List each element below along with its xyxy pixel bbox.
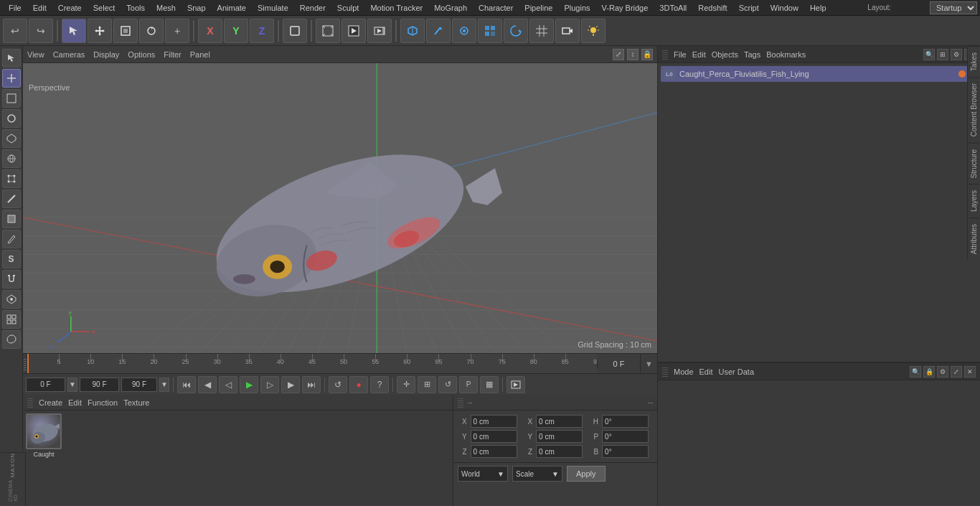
- attr-close-icon[interactable]: ✕: [964, 366, 976, 378]
- attr-search-icon[interactable]: 🔍: [910, 366, 921, 378]
- viewport-canvas[interactable]: Perspective: [23, 63, 657, 353]
- mat-thumbnail[interactable]: [26, 413, 62, 449]
- attr-settings-icon[interactable]: ⚙: [937, 366, 948, 378]
- coord-y2-input[interactable]: 0 cm: [536, 430, 583, 443]
- coord-x2-input[interactable]: 0 cm: [536, 415, 583, 428]
- sidebar-edge-btn[interactable]: [2, 189, 21, 208]
- menu-pipeline[interactable]: Pipeline: [519, 2, 558, 14]
- playback-end-frame2[interactable]: 90 F: [121, 378, 157, 392]
- cube-button[interactable]: [400, 19, 425, 43]
- menu-file[interactable]: File: [3, 2, 27, 14]
- attributes-tab[interactable]: Attributes: [969, 217, 979, 260]
- coord-h-input[interactable]: 0°: [602, 415, 649, 428]
- obj-filter-icon[interactable]: ⊞: [937, 49, 948, 60]
- paint-button[interactable]: [504, 19, 528, 43]
- coord-x-input[interactable]: 0 cm: [471, 415, 517, 428]
- menu-simulate[interactable]: Simulate: [252, 2, 294, 14]
- attr-lock-icon[interactable]: 🔒: [923, 366, 935, 378]
- viewport[interactable]: View Cameras Display Options Filter Pane…: [23, 46, 657, 353]
- playback-start-field[interactable]: 0 F: [26, 378, 65, 392]
- sidebar-lasso-btn[interactable]: [2, 330, 21, 349]
- play-button[interactable]: ▶: [240, 376, 258, 393]
- timeline-ruler[interactable]: 051015202530354045505560657075808590: [27, 354, 597, 373]
- sidebar-poly-btn[interactable]: [2, 129, 21, 148]
- viewport-sync-icon[interactable]: ↕: [627, 49, 639, 60]
- sidebar-s-btn[interactable]: S: [2, 250, 21, 268]
- mat-function-menu[interactable]: Function: [88, 398, 118, 407]
- next-key-button[interactable]: ▶: [281, 376, 300, 393]
- grid-button[interactable]: [529, 19, 554, 43]
- menu-window[interactable]: Window: [765, 2, 804, 14]
- rotate-tool-button[interactable]: [139, 19, 164, 43]
- goto-start-button[interactable]: ⏮: [177, 376, 196, 393]
- render-region-button[interactable]: [316, 19, 340, 43]
- record-button[interactable]: ●: [349, 376, 368, 393]
- add-object-button[interactable]: +: [165, 19, 189, 43]
- viewport-display-menu[interactable]: Display: [93, 50, 119, 59]
- layout-select[interactable]: Startup: [930, 1, 977, 14]
- menu-character[interactable]: Character: [473, 2, 519, 14]
- render-queue-button[interactable]: [507, 376, 525, 393]
- render-to-picture-button[interactable]: [367, 19, 392, 43]
- coord-p-input[interactable]: 0°: [602, 430, 649, 443]
- all-key-button[interactable]: ▦: [480, 376, 499, 393]
- coord-z2-input[interactable]: 0 cm: [536, 445, 583, 458]
- obj-objects-menu[interactable]: Objects: [712, 50, 738, 59]
- y-axis-button[interactable]: Y: [224, 19, 248, 43]
- scale-key-button[interactable]: ⊞: [418, 376, 436, 393]
- help-button[interactable]: ?: [370, 376, 389, 393]
- obj-edit-menu[interactable]: Edit: [692, 50, 706, 59]
- sidebar-texture-btn[interactable]: [2, 290, 21, 309]
- playback-end-arrow[interactable]: ▼: [159, 378, 169, 392]
- viewport-maximize-icon[interactable]: ⤢: [613, 49, 624, 60]
- menu-script[interactable]: Script: [733, 2, 765, 14]
- playback-end-field[interactable]: 90 F: [80, 378, 119, 392]
- render-active-button[interactable]: [341, 19, 366, 43]
- sidebar-move-btn[interactable]: [2, 69, 21, 88]
- obj-bookmarks-menu[interactable]: Bookmarks: [766, 50, 806, 59]
- move-key-button[interactable]: ✛: [397, 376, 415, 393]
- layers-tab[interactable]: Layers: [969, 184, 979, 217]
- move-tool-button[interactable]: [88, 19, 112, 43]
- redo-button[interactable]: ↪: [29, 19, 53, 43]
- sidebar-poly2-btn[interactable]: [2, 210, 21, 228]
- rot-key-button[interactable]: ↺: [438, 376, 457, 393]
- sidebar-pen-btn[interactable]: [2, 230, 21, 248]
- undo-button[interactable]: ↩: [3, 19, 27, 43]
- obj-tags-menu[interactable]: Tags: [744, 50, 760, 59]
- takes-tab[interactable]: Takes: [969, 46, 979, 77]
- z-axis-button[interactable]: Z: [250, 19, 274, 43]
- menu-render[interactable]: Render: [294, 2, 331, 14]
- viewport-options-menu[interactable]: Options: [128, 50, 155, 59]
- sidebar-select-btn[interactable]: [2, 49, 21, 67]
- attr-maximize-icon[interactable]: ⤢: [951, 366, 962, 378]
- sculpt2-button[interactable]: [452, 19, 476, 43]
- menu-edit[interactable]: Edit: [27, 2, 52, 14]
- attr-mode-menu[interactable]: Mode: [674, 367, 694, 376]
- coord-scale-dropdown[interactable]: Scale ▼: [512, 466, 562, 482]
- menu-create[interactable]: Create: [52, 2, 88, 14]
- sidebar-vertex-btn[interactable]: [2, 169, 21, 188]
- prev-frame-button[interactable]: ◁: [219, 376, 237, 393]
- obj-file-menu[interactable]: File: [674, 50, 687, 59]
- sidebar-scale-btn[interactable]: [2, 89, 21, 108]
- menu-mograph[interactable]: MoGraph: [428, 2, 473, 14]
- sidebar-grid2-btn[interactable]: [2, 310, 21, 329]
- menu-sculpt[interactable]: Sculpt: [331, 2, 365, 14]
- object-mode-button[interactable]: [283, 19, 307, 43]
- param-key-button[interactable]: P: [459, 376, 478, 393]
- light-button[interactable]: [581, 19, 606, 43]
- x-axis-button[interactable]: X: [198, 19, 222, 43]
- viewport-view-menu[interactable]: View: [27, 50, 44, 59]
- prev-key-button[interactable]: ◀: [198, 376, 217, 393]
- menu-3dtoall[interactable]: 3DToAll: [654, 2, 692, 14]
- viewport-lock-icon[interactable]: 🔒: [641, 49, 653, 60]
- coord-b-input[interactable]: 0°: [602, 445, 649, 458]
- sidebar-magnet-btn[interactable]: [2, 270, 21, 289]
- menu-vray-bridge[interactable]: V-Ray Bridge: [596, 2, 654, 14]
- menu-help[interactable]: Help: [804, 2, 832, 14]
- menu-plugins[interactable]: Plugins: [558, 2, 595, 14]
- playback-start-arrow[interactable]: ▼: [67, 378, 77, 392]
- viewport-panel-menu[interactable]: Panel: [190, 50, 210, 59]
- mat-edit-menu[interactable]: Edit: [68, 398, 82, 407]
